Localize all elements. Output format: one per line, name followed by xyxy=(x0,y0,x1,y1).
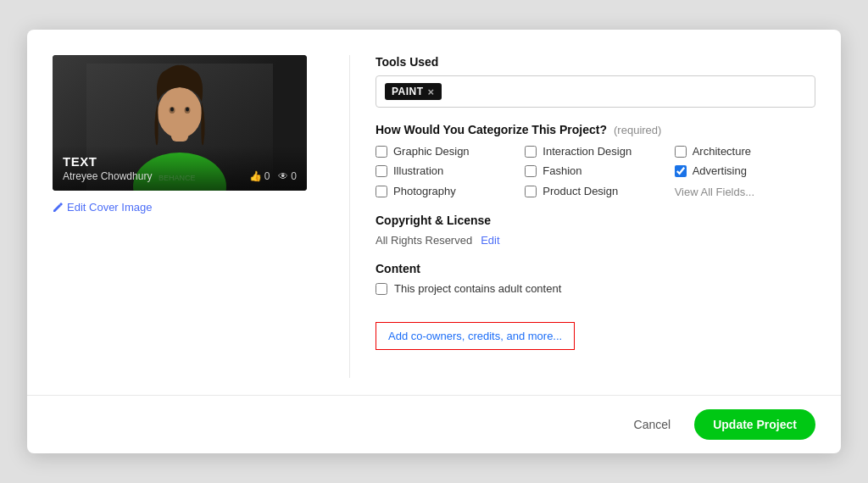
cancel-button[interactable]: Cancel xyxy=(622,411,683,438)
copyright-row: All Rights Reserved Edit xyxy=(376,234,815,247)
copyright-edit-link[interactable]: Edit xyxy=(481,234,499,247)
categorize-section: How Would You Categorize This Project? (… xyxy=(376,123,815,198)
tools-section: Tools Used PAINT × xyxy=(376,55,815,108)
svg-point-6 xyxy=(170,108,174,112)
categorize-header: How Would You Categorize This Project? (… xyxy=(376,123,815,136)
views-count: 0 xyxy=(291,170,297,182)
checkbox-fashion[interactable]: Fashion xyxy=(525,164,665,177)
paint-tag: PAINT × xyxy=(385,83,442,100)
checkbox-photography-label: Photography xyxy=(393,185,456,197)
checkbox-architecture-input[interactable] xyxy=(675,146,687,158)
likes-stat: 👍 0 xyxy=(249,170,270,182)
update-project-button[interactable]: Update Project xyxy=(694,409,815,440)
checkbox-advertising-input[interactable] xyxy=(675,165,687,177)
left-panel: BEHANCE TEXT Atreyee Chowdhury 👍 0 xyxy=(53,55,324,378)
edit-cover-label: Edit Cover Image xyxy=(67,201,152,214)
content-section: Content This project contains adult cont… xyxy=(376,262,815,295)
edit-cover-button[interactable]: Edit Cover Image xyxy=(53,201,152,214)
copyright-value: All Rights Reserved xyxy=(376,234,472,247)
checkbox-advertising-label: Advertising xyxy=(693,164,747,177)
checkbox-graphic-design[interactable]: Graphic Design xyxy=(376,145,516,158)
content-title: Content xyxy=(376,262,815,275)
cover-overlay: TEXT Atreyee Chowdhury 👍 0 👁 0 xyxy=(53,146,307,191)
required-label: (required) xyxy=(614,124,661,136)
checkbox-interaction-design[interactable]: Interaction Design xyxy=(525,145,665,158)
modal-body: BEHANCE TEXT Atreyee Chowdhury 👍 0 xyxy=(27,30,841,395)
checkbox-architecture[interactable]: Architecture xyxy=(675,145,815,158)
checkbox-product-design-input[interactable] xyxy=(525,186,537,197)
checkbox-fashion-label: Fashion xyxy=(542,164,581,177)
cover-author-name: Atreyee Chowdhury xyxy=(63,170,152,182)
checkbox-photography-input[interactable] xyxy=(376,186,387,197)
copyright-title: Copyright & License xyxy=(376,214,815,227)
checkbox-graphic-design-label: Graphic Design xyxy=(393,145,470,158)
svg-point-7 xyxy=(186,108,189,112)
adult-content-checkbox[interactable] xyxy=(376,283,387,295)
cover-title: TEXT xyxy=(63,154,297,169)
tools-title: Tools Used xyxy=(376,55,815,69)
categorize-title: How Would You Categorize This Project? xyxy=(376,123,607,136)
checkbox-interaction-design-label: Interaction Design xyxy=(542,145,632,158)
cover-author-row: Atreyee Chowdhury 👍 0 👁 0 xyxy=(63,170,297,182)
copyright-section: Copyright & License All Rights Reserved … xyxy=(376,214,815,247)
checkbox-illustration[interactable]: Illustration xyxy=(376,164,516,177)
checkbox-product-design[interactable]: Product Design xyxy=(525,184,665,198)
checkbox-photography[interactable]: Photography xyxy=(376,184,516,198)
checkbox-fashion-input[interactable] xyxy=(525,165,537,177)
paint-tag-remove[interactable]: × xyxy=(428,86,435,97)
checkbox-advertising[interactable]: Advertising xyxy=(675,164,815,177)
adult-content-checkbox-label[interactable]: This project contains adult content xyxy=(376,282,815,295)
adult-content-label: This project contains adult content xyxy=(394,282,561,295)
right-panel: Tools Used PAINT × How Would You Categor… xyxy=(349,55,815,378)
checkbox-interaction-design-input[interactable] xyxy=(525,146,537,158)
thumb-icon: 👍 xyxy=(249,170,262,182)
add-coowners-button[interactable]: Add co-owners, credits, and more... xyxy=(376,322,575,350)
paint-tag-label: PAINT xyxy=(392,86,424,97)
checkbox-graphic-design-input[interactable] xyxy=(376,146,387,158)
likes-count: 0 xyxy=(264,170,270,182)
cover-stats: 👍 0 👁 0 xyxy=(249,170,297,182)
pencil-icon xyxy=(53,203,63,213)
checkbox-product-design-label: Product Design xyxy=(542,185,618,197)
checkboxes-grid: Graphic Design Interaction Design Archit… xyxy=(376,145,815,198)
checkbox-architecture-label: Architecture xyxy=(693,145,751,158)
cover-image: BEHANCE TEXT Atreyee Chowdhury 👍 0 xyxy=(53,55,307,191)
eye-icon: 👁 xyxy=(278,170,288,182)
views-stat: 👁 0 xyxy=(278,170,297,182)
view-all-fields-link[interactable]: View All Fields... xyxy=(675,184,815,198)
modal-footer: Cancel Update Project xyxy=(27,396,841,453)
modal: BEHANCE TEXT Atreyee Chowdhury 👍 0 xyxy=(27,30,841,453)
tools-input-box[interactable]: PAINT × xyxy=(376,75,815,108)
svg-point-3 xyxy=(158,87,202,138)
checkbox-illustration-input[interactable] xyxy=(376,165,387,177)
add-coowners-label: Add co-owners, credits, and more... xyxy=(388,330,562,342)
checkbox-illustration-label: Illustration xyxy=(393,164,443,177)
